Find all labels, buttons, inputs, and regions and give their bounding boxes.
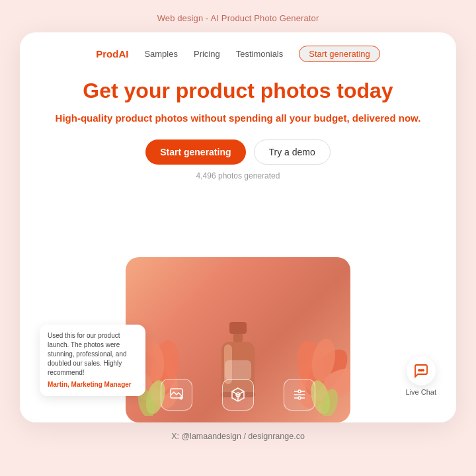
nav-cta-button[interactable]: Start generating xyxy=(299,46,380,62)
svg-point-29 xyxy=(418,370,420,371)
testimonial-author: Martin, Marketing Manager xyxy=(48,380,138,389)
hero-subtitle: High-quality product photos without spen… xyxy=(56,111,421,126)
page-title-bar: Web design - AI Product Photo Generator xyxy=(0,0,476,32)
nav-item-testimonials[interactable]: Testimonials xyxy=(236,49,284,59)
image-edit-icon xyxy=(169,387,184,403)
try-demo-button[interactable]: Try a demo xyxy=(254,139,331,165)
image-stack xyxy=(126,251,350,422)
svg-rect-15 xyxy=(233,334,243,342)
photos-count: 4,496 photos generated xyxy=(196,171,280,180)
live-chat-button[interactable]: Live Chat xyxy=(406,356,436,396)
svg-point-31 xyxy=(422,370,424,371)
main-card: ProdAI Samples Pricing Testimonials Star… xyxy=(20,32,456,422)
page-title: Web design - AI Product Photo Generator xyxy=(157,13,319,23)
start-generating-button[interactable]: Start generating xyxy=(145,139,245,165)
svg-rect-18 xyxy=(225,360,251,380)
svg-point-28 xyxy=(298,397,301,399)
product-box-icon-wrap xyxy=(222,379,254,411)
navbar: ProdAI Samples Pricing Testimonials Star… xyxy=(20,32,456,73)
product-box-icon xyxy=(230,387,246,403)
nav-item-pricing[interactable]: Pricing xyxy=(194,49,220,59)
testimonial-card: Used this for our product launch. The ph… xyxy=(40,325,145,396)
hero-title: Get your product photos today xyxy=(83,78,393,103)
adjust-icon-wrap xyxy=(284,379,315,411)
chat-icon xyxy=(413,363,429,379)
footer: X: @lamaandesign / designrange.co xyxy=(0,422,476,448)
stack-card-front xyxy=(126,257,350,422)
product-image-area: Used this for our product launch. The ph… xyxy=(20,192,456,422)
adjust-icon xyxy=(292,387,307,403)
hero-subtitle-accent: delivered now. xyxy=(350,112,421,124)
chat-bubble-icon xyxy=(407,356,436,385)
svg-point-27 xyxy=(298,390,301,393)
hero-subtitle-plain: High-quality product photos without spen… xyxy=(56,112,350,124)
image-edit-icon-wrap xyxy=(161,379,192,411)
nav-item-samples[interactable]: Samples xyxy=(144,49,178,59)
svg-rect-14 xyxy=(229,322,247,334)
btn-group: Start generating Try a demo xyxy=(145,139,331,165)
card-icons-row xyxy=(126,379,350,411)
live-chat-label: Live Chat xyxy=(406,388,436,396)
footer-text: X: @lamaandesign / designrange.co xyxy=(171,432,305,441)
hero-section: Get your product photos today High-quali… xyxy=(29,73,448,192)
nav-logo: ProdAI xyxy=(96,48,128,60)
testimonial-text: Used this for our product launch. The ph… xyxy=(48,332,127,376)
svg-point-30 xyxy=(420,370,422,371)
